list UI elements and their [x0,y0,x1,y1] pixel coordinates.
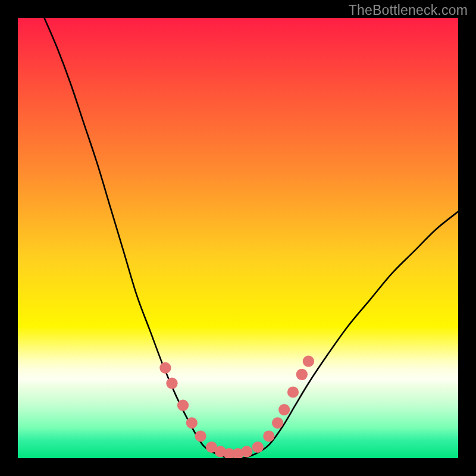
curve-marker [166,378,177,389]
curve-marker [272,417,283,428]
bottleneck-curve [44,18,458,458]
curve-marker [263,430,274,441]
chart-plot-area [18,18,458,458]
curve-marker [303,356,314,367]
curve-marker [159,362,171,374]
curve-markers [159,356,314,458]
curve-marker [287,386,299,397]
curve-marker [278,404,290,415]
curve-marker [195,430,206,441]
curve-marker [186,417,198,428]
chart-frame: TheBottleneck.com [0,0,476,476]
curve-marker [252,441,264,453]
curve-marker [241,446,252,457]
curve-marker [296,369,308,380]
curve-marker [177,400,189,411]
watermark-text: TheBottleneck.com [349,2,468,18]
curve-layer [18,18,458,458]
